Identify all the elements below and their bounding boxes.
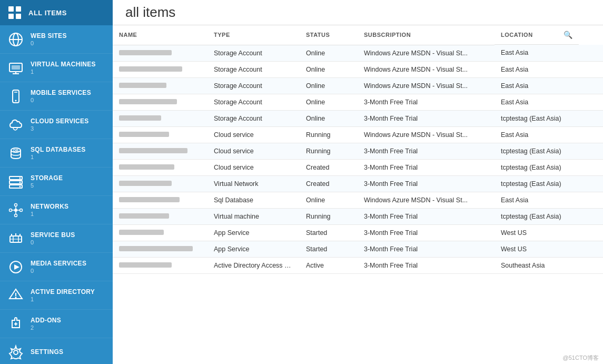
svg-rect-3 (16, 14, 21, 19)
sidebar-item-cloud-services[interactable]: CLOUD SERVICES 3 (0, 111, 113, 139)
sidebar: ALL ITEMS WEB SITES 0 VIRTUAL MACHIN (0, 0, 113, 364)
sidebar-item-sql-databases[interactable]: DB SQL DATABASES 1 (0, 139, 113, 168)
sidebar-item-storage[interactable]: STORAGE 5 (0, 168, 113, 196)
cloud-services-label: CLOUD SERVICES (31, 117, 106, 125)
subscription-cell: 3-Month Free Trial (358, 208, 495, 224)
settings-icon (6, 343, 25, 362)
storage-count: 5 (31, 182, 106, 189)
sidebar-item-settings[interactable]: SETTINGS (0, 338, 113, 364)
type-cell: Virtual Network (207, 175, 300, 192)
web-sites-count: 0 (31, 40, 106, 46)
sidebar-item-service-bus[interactable]: SERVICE BUS 0 (0, 224, 113, 253)
mobile-services-label: MOBILE SERVICES (31, 89, 106, 96)
svg-point-23 (9, 209, 12, 211)
name-cell (113, 110, 207, 126)
table-row[interactable]: Cloud serviceRunningWindows Azure MSDN -… (113, 126, 603, 143)
type-cell: Cloud service (207, 143, 300, 159)
svg-text:DB: DB (13, 149, 18, 152)
storage-label: STORAGE (31, 174, 106, 182)
col-status: STATUS (300, 25, 358, 45)
subscription-cell: 3-Month Free Trial (358, 143, 495, 159)
svg-point-20 (19, 181, 21, 183)
sql-databases-label: SQL DATABASES (31, 146, 106, 153)
sidebar-item-media-services[interactable]: MEDIA SERVICES 0 (0, 253, 113, 281)
svg-point-22 (14, 209, 17, 212)
sidebar-item-mobile-services[interactable]: MOBILE SERVICES 0 (0, 82, 113, 111)
svg-rect-8 (12, 65, 20, 70)
sidebar-item-networks[interactable]: NETWORKS 1 (0, 196, 113, 224)
location-cell: tcptestag (East Asia) (495, 175, 603, 192)
subscription-cell: 3-Month Free Trial (358, 257, 495, 273)
type-cell: Storage Account (207, 61, 300, 77)
items-table-container: NAME TYPE STATUS SUBSCRIPTION LOCATION 🔍… (113, 25, 603, 364)
networks-count: 1 (31, 211, 106, 217)
web-sites-label: WEB SITES (31, 32, 106, 40)
table-row[interactable]: Storage AccountOnlineWindows Azure MSDN … (113, 45, 603, 61)
type-cell: Storage Account (207, 94, 300, 110)
sidebar-header[interactable]: ALL ITEMS (0, 0, 113, 25)
type-cell: Storage Account (207, 45, 300, 61)
sidebar-item-active-directory[interactable]: ACTIVE DIRECTORY 1 (0, 281, 113, 310)
table-row[interactable]: App ServiceStarted3-Month Free TrialWest… (113, 241, 603, 257)
type-cell: Cloud service (207, 159, 300, 175)
table-row[interactable]: Storage AccountOnline3-Month Free Trialt… (113, 110, 603, 126)
status-cell: Online (300, 45, 358, 61)
svg-point-45 (14, 350, 18, 355)
cloud-services-count: 3 (31, 125, 106, 132)
watermark: @51CTO博客 (563, 354, 599, 362)
subscription-cell: 3-Month Free Trial (358, 224, 495, 241)
sql-databases-icon: DB (6, 144, 25, 163)
status-cell: Online (300, 77, 358, 94)
subscription-cell: 3-Month Free Trial (358, 110, 495, 126)
sidebar-item-web-sites[interactable]: WEB SITES 0 (0, 25, 113, 54)
service-bus-icon (6, 229, 25, 248)
location-cell: tcptestag (East Asia) (495, 208, 603, 224)
table-row[interactable]: Storage AccountOnline3-Month Free TrialE… (113, 94, 603, 110)
table-row[interactable]: Virtual NetworkCreated3-Month Free Trial… (113, 175, 603, 192)
status-cell: Started (300, 224, 358, 241)
name-cell (113, 94, 207, 110)
type-cell: Virtual machine (207, 208, 300, 224)
location-cell: tcptestag (East Asia) (495, 143, 603, 159)
svg-point-24 (20, 209, 23, 211)
subscription-cell: Windows Azure MSDN - Visual St... (358, 126, 495, 143)
type-cell: Storage Account (207, 77, 300, 94)
virtual-machines-count: 1 (31, 68, 106, 75)
status-cell: Running (300, 143, 358, 159)
sidebar-item-add-ons[interactable]: ADD-ONS 2 (0, 310, 113, 338)
networks-label: NETWORKS (31, 203, 106, 210)
service-bus-label: SERVICE BUS (31, 231, 106, 239)
table-row[interactable]: Cloud serviceCreated3-Month Free Trialtc… (113, 159, 603, 175)
status-cell: Online (300, 110, 358, 126)
name-cell (113, 143, 207, 159)
name-cell (113, 77, 207, 94)
location-cell: tcptestag (East Asia) (495, 110, 603, 126)
active-directory-icon (6, 286, 25, 305)
search-icon[interactable]: 🔍 (564, 31, 573, 39)
items-table: NAME TYPE STATUS SUBSCRIPTION LOCATION 🔍… (113, 25, 603, 274)
col-location: LOCATION 🔍 (495, 25, 579, 45)
svg-point-19 (19, 177, 21, 179)
name-cell (113, 257, 207, 273)
table-row[interactable]: Virtual machineRunning3-Month Free Trial… (113, 208, 603, 224)
table-row[interactable]: Sql DatabaseOnlineWindows Azure MSDN - V… (113, 192, 603, 208)
table-row[interactable]: Storage AccountOnlineWindows Azure MSDN … (113, 61, 603, 77)
table-row[interactable]: Active Directory Access Control...Active… (113, 257, 603, 273)
table-row[interactable]: Cloud serviceRunning3-Month Free Trialtc… (113, 143, 603, 159)
location-cell: West US (495, 241, 603, 257)
subscription-cell: Windows Azure MSDN - Visual St... (358, 77, 495, 94)
service-bus-count: 0 (31, 239, 106, 245)
table-row[interactable]: App ServiceStarted3-Month Free TrialWest… (113, 224, 603, 241)
mobile-services-count: 0 (31, 97, 106, 103)
add-ons-label: ADD-ONS (31, 317, 106, 324)
subscription-cell: Windows Azure MSDN - Visual St... (358, 192, 495, 208)
status-cell: Running (300, 126, 358, 143)
svg-point-30 (15, 214, 17, 217)
table-row[interactable]: Storage AccountOnlineWindows Azure MSDN … (113, 77, 603, 94)
active-directory-count: 1 (31, 296, 106, 302)
type-cell: Storage Account (207, 110, 300, 126)
name-cell (113, 159, 207, 175)
web-sites-icon (6, 30, 25, 49)
sidebar-item-virtual-machines[interactable]: VIRTUAL MACHINES 1 (0, 54, 113, 82)
location-cell: tcptestag (East Asia) (495, 159, 603, 175)
